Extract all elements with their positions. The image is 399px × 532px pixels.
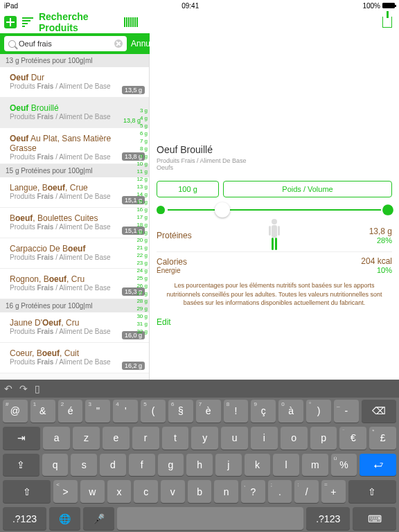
key[interactable]: w [80, 480, 105, 503]
add-button[interactable] [4, 15, 17, 30]
key[interactable]: q [42, 454, 69, 477]
key[interactable]: =+ [321, 480, 346, 503]
key[interactable]: 🌐 [49, 507, 80, 530]
item-sub: Produits Frais / Aliment De Base [10, 254, 139, 261]
key[interactable]: h [186, 454, 213, 477]
search-input-wrap[interactable] [4, 36, 127, 51]
search-input[interactable] [19, 39, 114, 48]
barcode-button[interactable] [123, 15, 139, 30]
key[interactable]: °) [306, 400, 331, 423]
redo-icon[interactable]: ↷ [19, 383, 28, 394]
item-sub: Produits Frais / Aliment De Base [10, 328, 139, 335]
nutrient-label: Calories [157, 257, 187, 267]
edit-link[interactable]: Edit [157, 317, 392, 327]
key[interactable]: ⮐ [360, 454, 396, 477]
disclaimer-text: Les pourcentages pour les éléments nutri… [157, 281, 392, 308]
sort-button[interactable] [21, 15, 35, 30]
key[interactable]: ⇥ [3, 427, 40, 450]
key[interactable]: k [245, 454, 271, 477]
key[interactable]: j [215, 454, 242, 477]
result-item[interactable]: Langue, Boeuf, CrueProduits Frais / Alim… [0, 177, 149, 208]
key[interactable]: l [273, 454, 299, 477]
key[interactable]: 3" [85, 400, 110, 423]
keyboard[interactable]: ↶ ↷ ▯ #@1&2é3"4'5(6§7è8!9ç0à°)_-⌫ ⇥azert… [0, 380, 399, 532]
protein-badge: 16,2 g [122, 362, 145, 370]
slider-track[interactable] [168, 209, 381, 211]
key[interactable]: 🎤 [83, 507, 114, 530]
item-name: Oeuf Dur [10, 73, 139, 82]
share-button[interactable] [380, 15, 395, 30]
result-item[interactable]: Carpaccio De BoeufProduits Frais / Alime… [0, 238, 149, 269]
key[interactable]: ⌨ [353, 507, 396, 530]
key[interactable]: a [43, 427, 70, 450]
key[interactable]: *£ [369, 427, 396, 450]
key[interactable]: y [191, 427, 218, 450]
key[interactable]: _- [334, 400, 359, 423]
key[interactable]: r [132, 427, 159, 450]
weight-volume-button[interactable]: Poids / Volume [223, 181, 392, 197]
results-list[interactable]: 13 g Protéines pour 100g|mlOeuf DurProdu… [0, 54, 150, 380]
cancel-button[interactable]: Annuler [131, 39, 159, 48]
search-icon [8, 40, 16, 48]
clipboard-icon[interactable]: ▯ [35, 383, 40, 394]
undo-icon[interactable]: ↶ [4, 383, 12, 394]
result-item[interactable]: Coeur, Boeuf, CuitProduits Frais / Alime… [0, 343, 149, 373]
key[interactable]: ù% [331, 454, 357, 477]
key[interactable]: i [251, 427, 278, 450]
key[interactable]: x [107, 480, 132, 503]
key[interactable]: s [71, 454, 97, 477]
key[interactable]: .?123 [306, 507, 350, 530]
item-sub: Produits Frais / Aliment De Base [10, 358, 139, 366]
result-item[interactable]: Boeuf, Boulettes CuitesProduits Frais / … [0, 208, 149, 238]
key[interactable]: e [103, 427, 130, 450]
result-item[interactable]: Rognon, Boeuf, CruProduits Frais / Alime… [0, 269, 149, 299]
key[interactable]: 7è [196, 400, 221, 423]
result-item[interactable]: Oeuf Au Plat, Sans Matière GrasseProduit… [0, 128, 149, 164]
topbar: Recherche Produits [0, 11, 399, 33]
nutrient-value: 13,8 g [369, 227, 392, 236]
amount-button[interactable]: 100 g [157, 181, 219, 197]
key[interactable]: p [310, 427, 337, 450]
key[interactable]: ⇧ [348, 480, 396, 503]
detail-panel: Oeuf Brouillé Produits Frais / Aliment D… [150, 54, 399, 380]
clear-icon[interactable] [114, 39, 123, 48]
key[interactable]: m [302, 454, 328, 477]
key[interactable]: 1& [30, 400, 55, 423]
key[interactable]: n [214, 480, 238, 503]
result-item[interactable]: Jaune D'Oeuf, CruProduits Frais / Alimen… [0, 312, 149, 343]
result-item[interactable]: Oeuf DurProduits Frais / Aliment De Base… [0, 67, 149, 98]
key[interactable]: 9ç [251, 400, 276, 423]
key[interactable]: c [134, 480, 158, 503]
key[interactable]: ⇧ [3, 480, 51, 503]
barcode-icon [124, 17, 138, 27]
key[interactable]: b [188, 480, 212, 503]
key[interactable]: o [281, 427, 308, 450]
key[interactable]: ¨€ [339, 427, 366, 450]
key[interactable]: :/ [294, 480, 319, 503]
key[interactable]: v [161, 480, 185, 503]
key[interactable]: f [129, 454, 155, 477]
key[interactable]: 6§ [168, 400, 193, 423]
key[interactable]: 8! [224, 400, 249, 423]
key[interactable]: 4' [113, 400, 138, 423]
key[interactable] [117, 507, 304, 530]
key[interactable]: g [158, 454, 184, 477]
result-item[interactable]: Oeuf BrouilléProduits Frais / Aliment De… [0, 98, 149, 128]
key[interactable]: .?123 [3, 507, 46, 530]
keyboard-toolbar: ↶ ↷ ▯ [0, 380, 399, 398]
key[interactable]: u [221, 427, 248, 450]
key[interactable]: ⇪ [3, 454, 39, 477]
key[interactable]: 5( [141, 400, 166, 423]
key[interactable]: ;. [268, 480, 292, 503]
key[interactable]: <> [53, 480, 78, 503]
key[interactable]: ⌫ [362, 400, 396, 423]
key[interactable]: 2é [58, 400, 83, 423]
key[interactable]: d [100, 454, 126, 477]
key[interactable]: ,? [241, 480, 265, 503]
portion-slider[interactable] [157, 206, 392, 214]
key[interactable]: 0à [278, 400, 303, 423]
key[interactable]: t [162, 427, 189, 450]
key[interactable]: #@ [3, 400, 28, 423]
key[interactable]: z [73, 427, 100, 450]
page-title: Recherche Produits [39, 11, 118, 33]
